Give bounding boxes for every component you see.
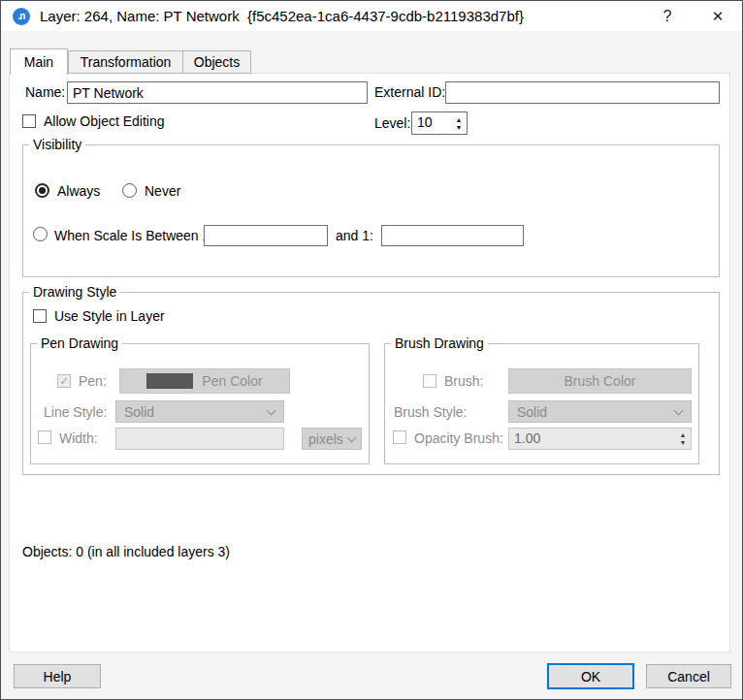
line-style-label: Line Style:	[44, 404, 107, 421]
brush-style-value: Solid	[517, 404, 547, 420]
opacity-brush-checkbox	[393, 430, 406, 444]
brush-color-button-label: Brush Color	[565, 373, 636, 389]
level-value: 10	[412, 112, 451, 134]
spin-up-icon: ▲	[680, 431, 687, 438]
scale-min-input[interactable]	[204, 225, 328, 246]
pen-checkbox: ✓	[57, 374, 71, 388]
brush-checkbox	[423, 374, 436, 388]
width-input	[115, 428, 284, 450]
close-icon[interactable]: ✕	[699, 1, 736, 31]
brush-style-label: Brush Style:	[394, 404, 467, 421]
layer-properties-dialog: .n Layer: 264, Name: PT Network {f5c452e…	[0, 0, 743, 700]
line-style-value: Solid	[124, 404, 154, 420]
spin-down-icon: ▼	[680, 439, 687, 446]
visibility-scale-label: When Scale Is Between 1:	[54, 228, 213, 244]
tab-transformation[interactable]: Transformation	[68, 50, 183, 74]
use-style-in-layer-checkbox[interactable]	[33, 309, 47, 323]
cancel-button[interactable]: Cancel	[646, 664, 731, 688]
name-input[interactable]	[67, 81, 368, 104]
help-icon[interactable]: ?	[651, 1, 684, 31]
pen-drawing-legend: Pen Drawing	[37, 335, 122, 351]
name-label: Name:	[25, 84, 65, 101]
spin-up-icon[interactable]: ▲	[456, 116, 463, 123]
help-button[interactable]: Help	[14, 664, 101, 688]
drawing-style-legend: Drawing Style	[29, 284, 120, 300]
use-style-in-layer-label: Use Style in Layer	[54, 308, 165, 325]
app-icon: .n	[13, 8, 30, 25]
visibility-always-label: Always	[57, 183, 100, 200]
chevron-down-icon	[347, 432, 357, 442]
width-checkbox	[38, 430, 51, 444]
line-style-select: Solid	[115, 400, 284, 423]
external-id-input[interactable]	[445, 81, 720, 104]
chevron-down-icon	[674, 405, 684, 415]
width-unit-select: pixels	[302, 428, 362, 450]
visibility-always-radio[interactable]	[35, 183, 49, 198]
objects-summary: Objects: 0 (in all included layers 3)	[22, 544, 230, 560]
scale-and-label: and 1:	[336, 228, 373, 244]
brush-drawing-legend: Brush Drawing	[391, 335, 488, 351]
brush-label: Brush:	[444, 373, 483, 390]
allow-object-editing-checkbox[interactable]	[22, 114, 36, 128]
pen-color-button: Pen Color	[119, 368, 290, 394]
pen-label: Pen:	[79, 373, 107, 390]
brush-color-button: Brush Color	[508, 368, 692, 394]
allow-object-editing-label: Allow Object Editing	[44, 113, 165, 130]
opacity-brush-value: 1.00	[509, 429, 675, 449]
spin-down-icon[interactable]: ▼	[456, 124, 463, 131]
scale-max-input[interactable]	[381, 225, 524, 246]
pen-color-button-label: Pen Color	[202, 373, 262, 389]
level-spinner[interactable]: 10 ▲ ▼	[411, 111, 468, 135]
visibility-legend: Visibility	[29, 137, 85, 152]
width-unit-value: pixels	[308, 431, 343, 447]
title-bar: .n Layer: 264, Name: PT Network {f5c452e…	[1, 1, 742, 31]
visibility-group: Visibility	[22, 137, 720, 277]
brush-style-select: Solid	[508, 400, 692, 423]
chevron-down-icon	[267, 405, 276, 415]
visibility-never-label: Never	[145, 183, 180, 200]
opacity-brush-spinner: 1.00 ▲ ▼	[508, 428, 692, 450]
tab-objects[interactable]: Objects	[182, 50, 251, 74]
window-title: Layer: 264, Name: PT Network {f5c452ea-1…	[40, 1, 524, 31]
level-spin-buttons[interactable]: ▲ ▼	[451, 112, 467, 134]
check-icon: ✓	[59, 375, 68, 387]
ok-button[interactable]: OK	[547, 663, 634, 689]
external-id-label: External ID:	[374, 84, 445, 101]
visibility-scale-radio[interactable]	[33, 227, 48, 241]
visibility-never-radio[interactable]	[122, 183, 137, 198]
level-label: Level:	[374, 115, 410, 132]
opacity-spin-buttons: ▲ ▼	[675, 429, 691, 449]
tab-main[interactable]: Main	[10, 48, 68, 75]
width-label: Width:	[59, 430, 98, 447]
opacity-brush-label: Opacity Brush:	[414, 430, 503, 447]
pen-color-swatch	[146, 373, 193, 389]
